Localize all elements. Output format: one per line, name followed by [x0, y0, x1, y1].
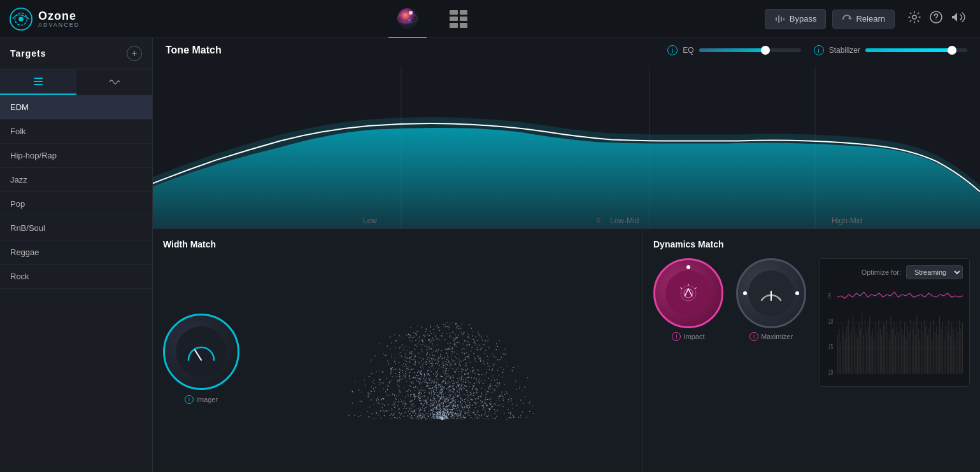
svg-point-1113 — [443, 363, 444, 364]
svg-point-1444 — [471, 412, 472, 413]
svg-point-1568 — [436, 387, 437, 388]
svg-rect-2094 — [918, 329, 919, 373]
svg-point-2020 — [414, 372, 415, 373]
impact-knob[interactable] — [653, 258, 723, 328]
svg-point-1903 — [486, 418, 487, 419]
stabilizer-slider[interactable] — [865, 48, 967, 52]
modules-view-btn[interactable] — [439, 0, 478, 38]
audio-icon[interactable] — [951, 10, 967, 27]
eq-curve-svg: Low S Low-Mid High-Mid High — [153, 66, 980, 228]
svg-point-32 — [471, 391, 472, 392]
stabilizer-info-icon[interactable]: i — [814, 45, 824, 55]
settings-icon[interactable] — [907, 10, 921, 27]
sidebar-item-rnbsoul[interactable]: RnB/Soul — [0, 216, 152, 240]
sidebar-item-pop[interactable]: Pop — [0, 192, 152, 216]
svg-point-724 — [427, 352, 429, 353]
dynamics-section-content: i Impact — [653, 258, 970, 462]
svg-point-552 — [465, 365, 467, 366]
svg-rect-2076 — [891, 316, 891, 373]
svg-point-219 — [406, 366, 407, 367]
svg-point-1376 — [385, 355, 387, 356]
svg-point-51 — [437, 374, 438, 375]
svg-point-69 — [372, 413, 373, 415]
svg-point-411 — [447, 364, 448, 366]
svg-point-1345 — [369, 406, 371, 408]
sidebar-item-jazz[interactable]: Jazz — [0, 168, 152, 192]
svg-rect-9 — [781, 17, 782, 22]
svg-point-1610 — [457, 391, 458, 392]
dynamics-match-title: Dynamics Match — [653, 239, 970, 249]
bypass-button[interactable]: Bypass — [765, 9, 827, 29]
ozone-logo-icon — [9, 7, 33, 31]
tone-match-section: Tone Match i EQ i Stabilizer — [153, 38, 980, 229]
sidebar-item-edm[interactable]: EDM — [0, 95, 152, 120]
header-center — [102, 0, 765, 38]
optimize-select[interactable]: Streaming — [906, 265, 963, 279]
svg-point-1663 — [478, 412, 479, 413]
svg-point-184 — [433, 384, 434, 385]
svg-point-389 — [478, 398, 479, 399]
svg-point-1162 — [474, 385, 476, 386]
svg-point-937 — [515, 380, 516, 382]
svg-point-1160 — [376, 371, 377, 372]
svg-point-1538 — [453, 417, 454, 418]
eq-label: EQ — [683, 46, 693, 55]
svg-point-1114 — [379, 380, 380, 381]
svg-point-80 — [427, 362, 428, 363]
svg-point-118 — [399, 379, 400, 380]
svg-point-621 — [477, 347, 478, 348]
maximizer-knob-group: i Maximizer — [736, 258, 806, 341]
svg-point-1231 — [402, 365, 403, 366]
svg-point-1593 — [451, 405, 453, 406]
tab-list[interactable] — [0, 69, 76, 95]
svg-point-1049 — [470, 405, 471, 406]
relearn-button[interactable]: Relearn — [832, 10, 895, 29]
svg-point-1827 — [438, 368, 439, 369]
imager-info-icon[interactable]: i — [185, 395, 194, 404]
svg-point-1624 — [411, 415, 413, 416]
sidebar-item-folk[interactable]: Folk — [0, 120, 152, 144]
svg-point-1062 — [415, 364, 416, 366]
svg-point-1921 — [434, 414, 436, 415]
svg-point-429 — [415, 363, 416, 364]
svg-point-626 — [434, 416, 435, 417]
sidebar-item-rock[interactable]: Rock — [0, 265, 152, 289]
maximizer-info-icon[interactable]: i — [749, 332, 758, 341]
svg-point-630 — [424, 375, 425, 376]
svg-point-1259 — [446, 405, 448, 406]
svg-point-602 — [431, 348, 432, 349]
svg-point-1734 — [394, 406, 395, 408]
svg-point-1578 — [444, 417, 445, 418]
svg-rect-2099 — [925, 326, 926, 373]
svg-point-1745 — [457, 384, 458, 385]
impact-info-icon[interactable]: i — [672, 332, 681, 341]
eq-slider[interactable] — [699, 48, 801, 52]
svg-point-1945 — [453, 377, 454, 378]
svg-point-1108 — [372, 381, 373, 382]
svg-point-681 — [480, 357, 481, 359]
svg-point-611 — [432, 363, 434, 364]
svg-point-312 — [374, 391, 375, 392]
svg-point-428 — [455, 392, 456, 394]
svg-point-1580 — [418, 412, 420, 413]
help-icon[interactable] — [929, 10, 943, 27]
imager-knob[interactable] — [163, 314, 239, 390]
svg-point-1334 — [406, 345, 407, 347]
add-target-button[interactable]: + — [127, 46, 142, 61]
svg-point-1440 — [448, 362, 449, 363]
sidebar-item-reggae[interactable]: Reggae — [0, 240, 152, 265]
svg-point-705 — [427, 373, 429, 375]
svg-point-1801 — [508, 412, 509, 413]
tab-waveform[interactable] — [76, 69, 153, 95]
svg-point-1878 — [431, 389, 432, 391]
svg-point-815 — [421, 362, 422, 363]
svg-point-3 — [397, 8, 418, 29]
svg-point-1654 — [451, 411, 453, 412]
svg-point-394 — [474, 373, 476, 375]
maximizer-knob[interactable] — [736, 258, 806, 328]
master-view-btn[interactable] — [388, 0, 427, 38]
svg-point-383 — [414, 345, 415, 346]
svg-rect-2095 — [920, 338, 920, 373]
eq-info-icon[interactable]: i — [667, 45, 678, 55]
sidebar-item-hiphop[interactable]: Hip-hop/Rap — [0, 144, 152, 168]
